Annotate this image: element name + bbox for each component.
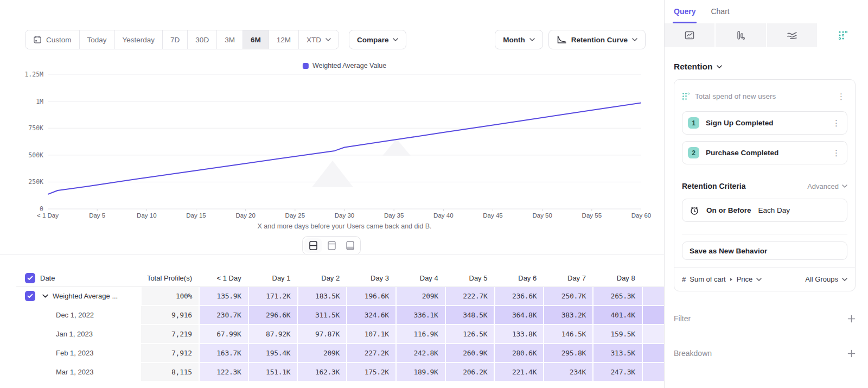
retention-value-cell[interactable]: 401.4K xyxy=(593,306,643,325)
step-number-badge: 2 xyxy=(688,147,699,158)
retention-line-chart[interactable] xyxy=(48,74,641,211)
row-label-cell[interactable]: Weighted Average ... xyxy=(16,287,142,306)
retention-value-cell[interactable]: 247.3K xyxy=(593,363,643,382)
row-label-cell[interactable]: Feb 1, 2023 xyxy=(16,344,141,363)
step-menu-button[interactable]: ⋮ xyxy=(830,148,843,158)
retention-value-cell[interactable]: 324.6K xyxy=(347,306,397,325)
retention-value-cell[interactable]: 250.7K xyxy=(544,287,593,306)
retention-value-cell[interactable]: 336.1K xyxy=(397,306,446,325)
add-filter-button[interactable] xyxy=(847,315,856,323)
retention-value-cell[interactable]: 295.8K xyxy=(544,344,593,363)
row-label-cell[interactable]: Jan 1, 2023 xyxy=(16,325,141,344)
retention-value-cell[interactable]: 227.2K xyxy=(347,344,397,363)
total-profiles-cell[interactable]: 7,219 xyxy=(141,325,199,344)
date-range-today[interactable]: Today xyxy=(80,30,115,49)
behavior-step[interactable]: 2Purchase Completed⋮ xyxy=(682,141,847,164)
total-profiles-cell[interactable]: 8,115 xyxy=(141,363,199,382)
retention-value-cell[interactable]: 209K xyxy=(298,344,347,363)
criteria-timing-button[interactable]: On or Before Each Day xyxy=(682,199,847,222)
retention-value-cell[interactable]: 383.2K xyxy=(544,306,593,325)
retention-value-cell[interactable]: 209K xyxy=(397,287,446,306)
layout-chart-button[interactable] xyxy=(323,238,340,253)
retention-value-cell-partial[interactable] xyxy=(643,287,664,306)
retention-value-cell[interactable]: 221.4K xyxy=(495,363,544,382)
section-retention-dropdown[interactable]: Retention xyxy=(674,62,856,72)
layout-table-button[interactable] xyxy=(341,238,359,253)
granularity-button[interactable]: Month xyxy=(495,30,542,49)
retention-value-cell[interactable]: 195.4K xyxy=(249,344,298,363)
retention-value-cell[interactable]: 265.3K xyxy=(593,287,643,306)
retention-value-cell[interactable]: 133.8K xyxy=(495,325,544,344)
retention-value-cell[interactable]: 280.6K xyxy=(495,344,544,363)
retention-value-cell[interactable]: 151.1K xyxy=(249,363,298,382)
retention-value-cell[interactable]: 234K xyxy=(544,363,593,382)
retention-value-cell[interactable]: 171.2K xyxy=(249,287,298,306)
date-range-12m[interactable]: 12M xyxy=(269,30,299,49)
tab-retention[interactable] xyxy=(818,23,868,47)
retention-value-cell[interactable]: 206.2K xyxy=(446,363,495,382)
retention-value-cell-partial[interactable] xyxy=(643,306,664,325)
row-checkbox[interactable] xyxy=(25,291,35,301)
retention-value-cell[interactable]: 242.8K xyxy=(397,344,446,363)
layout-split-button[interactable] xyxy=(304,238,322,253)
retention-value-cell-partial[interactable] xyxy=(643,363,664,382)
panel-tab-query[interactable]: Query xyxy=(674,7,695,23)
retention-value-cell[interactable]: 107.1K xyxy=(347,325,397,344)
retention-value-cell[interactable]: 135.9K xyxy=(200,287,249,306)
save-behavior-button[interactable]: Save as New Behavior xyxy=(682,241,847,260)
total-profiles-cell[interactable]: 100% xyxy=(142,287,200,306)
retention-value-cell[interactable]: 311.5K xyxy=(298,306,347,325)
retention-value-cell[interactable]: 260.9K xyxy=(446,344,495,363)
step-menu-button[interactable]: ⋮ xyxy=(830,118,843,128)
retention-value-cell[interactable]: 364.8K xyxy=(495,306,544,325)
retention-value-cell[interactable]: 116.9K xyxy=(397,325,446,344)
measure-dropdown[interactable]: # Sum of cart Price xyxy=(682,275,801,283)
row-label-cell[interactable]: Mar 1, 2023 xyxy=(16,363,141,382)
retention-value-cell[interactable]: 196.6K xyxy=(347,287,397,306)
row-label-cell[interactable]: Dec 1, 2022 xyxy=(16,306,141,325)
add-breakdown-button[interactable] xyxy=(847,349,856,358)
retention-value-cell[interactable]: 159.5K xyxy=(593,325,643,344)
total-profiles-cell[interactable]: 9,916 xyxy=(141,306,199,325)
advanced-dropdown[interactable]: Advanced xyxy=(807,182,847,190)
retention-value-cell[interactable]: 67.99K xyxy=(200,325,249,344)
retention-value-cell[interactable]: 146.5K xyxy=(544,325,593,344)
date-range-custom[interactable]: Custom xyxy=(25,30,80,49)
select-all-checkbox[interactable] xyxy=(25,273,35,283)
chart-legend[interactable]: Weighted Average Value xyxy=(303,62,386,69)
date-range-xtd[interactable]: XTD xyxy=(299,30,339,49)
expand-row-button[interactable] xyxy=(42,294,48,298)
retention-value-cell[interactable]: 189.9K xyxy=(397,363,446,382)
date-range-3m[interactable]: 3M xyxy=(217,30,243,49)
panel-tab-chart[interactable]: Chart xyxy=(711,7,729,23)
date-range-6m[interactable]: 6M xyxy=(243,30,269,49)
tab-insights[interactable] xyxy=(665,23,714,47)
compare-button[interactable]: Compare xyxy=(349,30,407,49)
retention-value-cell[interactable]: 87.92K xyxy=(249,325,298,344)
retention-value-cell-partial[interactable] xyxy=(643,325,664,344)
retention-value-cell[interactable]: 313.5K xyxy=(593,344,643,363)
date-range-7d[interactable]: 7D xyxy=(163,30,188,49)
date-range-30d[interactable]: 30D xyxy=(188,30,217,49)
groups-dropdown[interactable]: All Groups xyxy=(805,275,847,283)
retention-value-cell[interactable]: 230.7K xyxy=(200,306,249,325)
retention-value-cell[interactable]: 122.3K xyxy=(200,363,249,382)
retention-value-cell[interactable]: 175.2K xyxy=(347,363,397,382)
date-range-yesterday[interactable]: Yesterday xyxy=(115,30,163,49)
retention-value-cell[interactable]: 97.87K xyxy=(298,325,347,344)
tab-funnels[interactable] xyxy=(716,23,765,47)
retention-value-cell-partial[interactable] xyxy=(643,344,664,363)
retention-value-cell[interactable]: 163.7K xyxy=(200,344,249,363)
retention-value-cell[interactable]: 162.3K xyxy=(298,363,347,382)
total-profiles-cell[interactable]: 7,912 xyxy=(141,344,199,363)
retention-value-cell[interactable]: 183.5K xyxy=(298,287,348,306)
retention-value-cell[interactable]: 348.5K xyxy=(446,306,495,325)
tab-flows[interactable] xyxy=(767,23,817,47)
behavior-step[interactable]: 1Sign Up Completed⋮ xyxy=(682,111,847,135)
retention-value-cell[interactable]: 236.6K xyxy=(495,287,545,306)
chart-type-button[interactable]: Retention Curve xyxy=(548,30,646,49)
retention-value-cell[interactable]: 126.5K xyxy=(446,325,495,344)
retention-value-cell[interactable]: 222.7K xyxy=(446,287,495,306)
retention-value-cell[interactable]: 296.6K xyxy=(249,306,298,325)
behavior-menu-button[interactable]: ⋮ xyxy=(835,91,847,101)
